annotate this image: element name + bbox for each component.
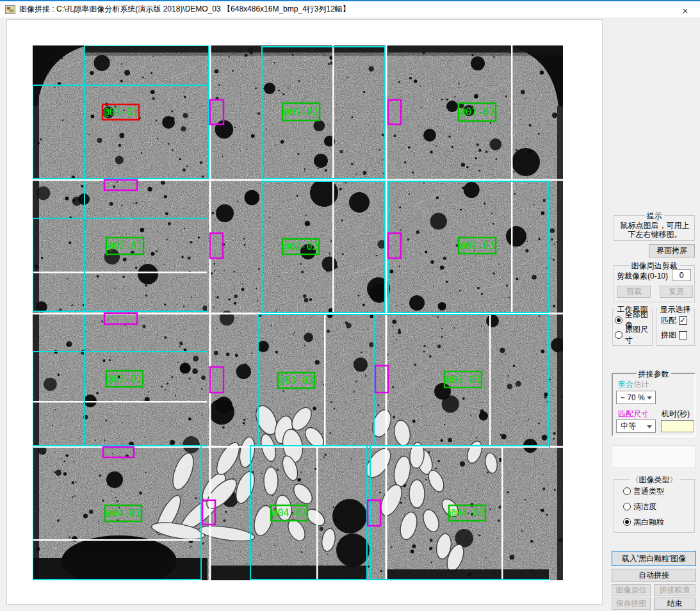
- image-type-title: 〈图像类型〉: [630, 475, 680, 485]
- tile-label: @02-03: [460, 240, 494, 252]
- close-button[interactable]: ×: [671, 3, 700, 19]
- radio-bw-particles-dot: [623, 518, 631, 526]
- checkbox-match-box: [679, 316, 687, 325]
- checkbox-stitch[interactable]: 拼图: [661, 329, 687, 341]
- save-stitch-button: 保存拼图: [612, 598, 651, 610]
- hint-group: 提示 鼠标点图后，可用上下左右键移图。: [614, 215, 695, 241]
- chevron-down-icon: [647, 425, 652, 428]
- screen-capture-button[interactable]: 界面拷屏: [649, 244, 695, 257]
- radio-bw-particles[interactable]: 黑白颗粒: [623, 516, 664, 528]
- display-group: 显示选择 匹配 拼图: [656, 309, 695, 346]
- tile-label: @04-02: [272, 507, 306, 519]
- app-window: { "window": { "title": "图像拼接 : C:\\孔隙率图像…: [0, 0, 700, 611]
- window-title: 图像拼接 : C:\孔隙率图像分析系统(演示版 2018)\DEMO_03 【6…: [19, 4, 350, 15]
- radio-normal-type-label: 普通类型: [633, 486, 664, 497]
- match-size-label: 匹配尺寸: [618, 409, 649, 420]
- checkbox-match-label: 匹配: [661, 315, 676, 326]
- restore-button: 复原: [660, 286, 693, 298]
- time-input[interactable]: [661, 420, 694, 432]
- crop-pixels-input[interactable]: [672, 269, 691, 281]
- chevron-down-icon: [647, 396, 652, 400]
- radio-original-size-dot: [615, 331, 623, 339]
- tile-label: @01-01: [103, 106, 138, 118]
- hint-text: 鼠标点图后，可用上下左右键移图。: [617, 221, 693, 239]
- tile-label: @04-03: [450, 507, 484, 519]
- tile-label: @01-03: [460, 106, 494, 118]
- checkbox-match[interactable]: 匹配: [661, 314, 687, 326]
- tile-label: @03-02: [279, 375, 313, 386]
- stitch-check-button: 拼接检查: [654, 584, 696, 596]
- radio-original-size[interactable]: 原图尺寸: [615, 329, 652, 341]
- radio-cleanliness-dot: [623, 503, 631, 510]
- auto-stitch-button[interactable]: 自动拼接: [612, 569, 696, 582]
- radio-cleanliness-label: 清洁度: [633, 501, 656, 512]
- radio-all-images-dot: [615, 316, 623, 324]
- stitch-params-group: 拼接参数 重合估计 ~ 70 % 匹配尺寸 机时(秒) 中等: [612, 373, 696, 437]
- radio-original-size-label: 原图尺寸: [625, 324, 652, 346]
- match-size-select[interactable]: 中等: [616, 420, 656, 433]
- status-box: [612, 445, 696, 468]
- load-bw-button[interactable]: 载入'黑白颗粒'图像: [612, 551, 696, 566]
- crop-group: 图像周边剪裁 剪裁像素(0-10) 剪裁 复原: [614, 265, 695, 302]
- radio-normal-type-dot: [623, 487, 631, 495]
- end-button[interactable]: 结束: [654, 598, 696, 610]
- time-label: 机时(秒): [662, 409, 690, 420]
- radio-cleanliness[interactable]: 清洁度: [623, 501, 656, 512]
- match-size-value: 中等: [621, 421, 636, 432]
- crop-button: 剪裁: [617, 286, 651, 298]
- image-origin-button: 图像原位: [612, 584, 651, 596]
- control-panel: 提示 鼠标点图后，可用上下左右键移图。 界面拷屏 图像周边剪裁 剪裁像素(0-1…: [607, 19, 700, 611]
- overlap-label: 重合估计: [618, 379, 649, 390]
- main-canvas: @01-01@01-02@01-03@02-01@02-02@02-03@03-…: [6, 19, 603, 605]
- image-type-group: 〈图像类型〉 普通类型 清洁度 黑白颗粒: [614, 479, 695, 533]
- hint-title: 提示: [645, 211, 664, 222]
- tile-label: @02-02: [283, 241, 318, 252]
- tile-label: @03-01: [107, 373, 142, 385]
- overlap-select[interactable]: ~ 70 %: [616, 391, 656, 404]
- workspace-group: 工作界面 全部图像 原图尺寸: [612, 309, 653, 346]
- display-group-title: 显示选择: [658, 304, 693, 315]
- checkbox-stitch-label: 拼图: [661, 330, 676, 341]
- tile-label: @02-01: [108, 240, 142, 252]
- radio-normal-type[interactable]: 普通类型: [623, 485, 664, 497]
- crop-pixels-label: 剪裁像素(0-10): [617, 271, 668, 282]
- tile-label: @03-03: [446, 374, 480, 386]
- title-bar: 图像拼接 : C:\孔隙率图像分析系统(演示版 2018)\DEMO_03 【6…: [0, 0, 700, 17]
- checkbox-stitch-box: [679, 331, 687, 339]
- radio-bw-particles-label: 黑白颗粒: [633, 517, 664, 528]
- app-icon: [5, 5, 15, 14]
- tile-label: @04-01: [106, 508, 140, 519]
- overlap-value: ~ 70 %: [621, 393, 645, 402]
- stitch-collage[interactable]: @01-01@01-02@01-03@02-01@02-02@02-03@03-…: [33, 45, 563, 580]
- tile-label: @01-02: [284, 106, 318, 118]
- stitch-params-title: 拼接参数: [637, 369, 671, 380]
